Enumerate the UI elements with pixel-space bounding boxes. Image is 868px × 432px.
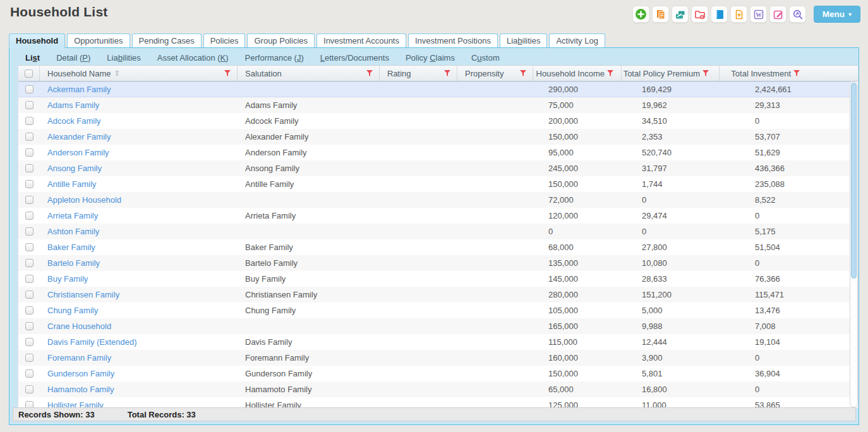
subtab-letters-documents[interactable]: Letters/Documents — [312, 53, 397, 63]
household-name-link[interactable]: Bartelo Family — [47, 258, 100, 268]
row-checkbox[interactable] — [25, 133, 33, 141]
table-row[interactable]: Foremann FamilyForemann Family160,0003,9… — [18, 350, 851, 366]
edit-icon[interactable] — [769, 6, 787, 23]
table-row[interactable]: Appleton Household72,00008,522 — [18, 192, 851, 208]
subtab-performance-j[interactable]: Performance (J) — [237, 53, 312, 63]
select-all-checkbox[interactable] — [25, 69, 33, 78]
row-checkbox[interactable] — [25, 354, 33, 362]
column-header-rating[interactable]: Rating — [380, 66, 457, 81]
household-name-link[interactable]: Antille Family — [47, 179, 96, 189]
row-checkbox[interactable] — [25, 338, 33, 346]
tab-group-policies[interactable]: Group Policies — [247, 33, 315, 48]
row-checkbox[interactable] — [25, 243, 33, 251]
row-checkbox[interactable] — [25, 401, 33, 407]
column-header-propensity[interactable]: Propensity — [457, 66, 533, 81]
row-checkbox[interactable] — [25, 306, 33, 315]
table-row[interactable]: Baker FamilyBaker Family68,00027,80051,5… — [18, 239, 851, 255]
column-header-total-investment[interactable]: Total Investment — [720, 66, 858, 81]
household-name-link[interactable]: Ashton Family — [47, 227, 99, 236]
table-row[interactable]: Hollister FamilyHollister Family125,0001… — [18, 397, 851, 407]
column-header-total-policy-premium[interactable]: Total Policy Premium — [622, 66, 720, 81]
household-name-link[interactable]: Baker Family — [47, 243, 95, 252]
household-name-link[interactable]: Ansong Family — [47, 164, 102, 173]
household-name-link[interactable]: Buy Family — [47, 274, 88, 284]
table-row[interactable]: Buy FamilyBuy Family145,00028,63376,366 — [18, 271, 851, 287]
document-add-icon[interactable] — [730, 6, 747, 23]
household-name-link[interactable]: Davis Family (Extended) — [47, 337, 137, 347]
subtab-liabilities[interactable]: Liabilities — [99, 53, 149, 63]
tab-investment-accounts[interactable]: Investment Accounts — [316, 33, 406, 48]
filter-icon[interactable] — [366, 70, 373, 76]
table-row[interactable]: Ackerman Family290,000169,4292,424,661 — [18, 81, 851, 97]
row-checkbox[interactable] — [25, 148, 33, 157]
table-row[interactable]: Crane Household165,0009,9887,008 — [18, 318, 851, 334]
table-row[interactable]: Anderson FamilyAnderson Family95,000520,… — [18, 145, 851, 160]
row-checkbox[interactable] — [25, 164, 33, 172]
filter-icon[interactable] — [444, 70, 450, 76]
subtab-policy-claims[interactable]: Policy Claims — [397, 53, 463, 63]
tab-household[interactable]: Household — [9, 33, 65, 48]
table-row[interactable]: Bartelo FamilyBartelo Family135,00010,08… — [18, 255, 851, 271]
filter-icon[interactable] — [793, 70, 800, 76]
filter-icon[interactable] — [520, 70, 526, 76]
subtab-list[interactable]: List — [17, 53, 48, 63]
row-checkbox[interactable] — [25, 180, 33, 188]
household-name-link[interactable]: Alexander Family — [47, 132, 111, 141]
table-row[interactable]: Hamamoto FamilyHamamoto Family65,00016,8… — [18, 381, 851, 397]
add-icon[interactable] — [632, 6, 649, 23]
row-checkbox[interactable] — [25, 212, 33, 220]
subtab-custom[interactable]: Custom — [463, 53, 508, 63]
table-row[interactable]: Gunderson FamilyGunderson Family150,0005… — [18, 366, 851, 381]
table-row[interactable]: Ansong FamilyAnsong Family245,00031,7974… — [18, 160, 851, 176]
table-row[interactable]: Antille FamilyAntille Family150,0001,744… — [18, 176, 851, 192]
table-row[interactable]: Davis Family (Extended)Davis Family115,0… — [18, 334, 851, 350]
subtab-asset-allocation-k[interactable]: Asset Allocation (K) — [149, 53, 237, 63]
folder-icon[interactable] — [691, 6, 708, 23]
table-row[interactable]: Chung FamilyChung Family105,0005,00013,4… — [18, 303, 851, 318]
row-checkbox[interactable] — [25, 85, 33, 93]
vertical-scrollbar[interactable] — [850, 81, 858, 407]
household-name-link[interactable]: Appleton Household — [47, 195, 121, 205]
row-checkbox[interactable] — [25, 322, 33, 330]
table-row[interactable]: Arrieta FamilyArrieta Family120,00029,47… — [18, 208, 851, 224]
household-name-link[interactable]: Christiansen Family — [47, 290, 119, 299]
filter-icon[interactable] — [702, 70, 709, 76]
word-doc-icon[interactable]: W — [750, 6, 767, 23]
household-name-link[interactable]: Arrieta Family — [47, 211, 98, 220]
tab-opportunities[interactable]: Opportunities — [67, 33, 130, 48]
row-checkbox[interactable] — [25, 369, 33, 378]
household-name-link[interactable]: Anderson Family — [47, 148, 109, 157]
tab-activity-log[interactable]: Activity Log — [549, 33, 605, 48]
subtab-detail-p[interactable]: Detail (P) — [48, 53, 99, 63]
tab-pending-cases[interactable]: Pending Cases — [132, 33, 202, 48]
row-checkbox[interactable] — [25, 275, 33, 283]
row-checkbox[interactable] — [25, 291, 33, 299]
filter-icon[interactable] — [607, 70, 613, 76]
household-name-link[interactable]: Foremann Family — [47, 353, 111, 363]
row-checkbox[interactable] — [25, 196, 33, 204]
table-row[interactable]: Adams FamilyAdams Family75,00019,96229,3… — [18, 97, 851, 113]
row-checkbox[interactable] — [25, 385, 33, 393]
row-checkbox[interactable] — [25, 101, 33, 109]
windows-icon[interactable] — [672, 6, 689, 23]
household-name-link[interactable]: Hamamoto Family — [47, 385, 114, 394]
table-row[interactable]: Christiansen FamilyChristiansen Family28… — [18, 287, 851, 303]
row-checkbox[interactable] — [25, 117, 33, 125]
column-header-household-name[interactable]: Household Name⇧ — [40, 66, 238, 81]
scrollbar-thumb[interactable] — [851, 83, 857, 279]
table-row[interactable]: Ashton Family005,175 — [18, 224, 851, 239]
household-name-link[interactable]: Adams Family — [47, 100, 99, 110]
tab-investment-positions[interactable]: Investment Positions — [408, 33, 498, 48]
row-checkbox[interactable] — [25, 227, 33, 236]
menu-button[interactable]: Menu ▾ — [814, 6, 860, 23]
copy-icon[interactable] — [652, 6, 669, 23]
notebook-icon[interactable] — [711, 6, 728, 23]
tab-policies[interactable]: Policies — [203, 33, 246, 48]
household-name-link[interactable]: Gunderson Family — [47, 369, 114, 378]
column-header-salutation[interactable]: Salutation — [238, 66, 380, 81]
search-chart-icon[interactable] — [789, 6, 806, 23]
table-row[interactable]: Adcock FamilyAdcock Family200,00034,5100 — [18, 113, 851, 129]
column-header-household-income[interactable]: Household Income — [533, 66, 622, 81]
household-name-link[interactable]: Adcock Family — [47, 116, 101, 126]
table-row[interactable]: Alexander FamilyAlexander Family150,0002… — [18, 129, 851, 145]
